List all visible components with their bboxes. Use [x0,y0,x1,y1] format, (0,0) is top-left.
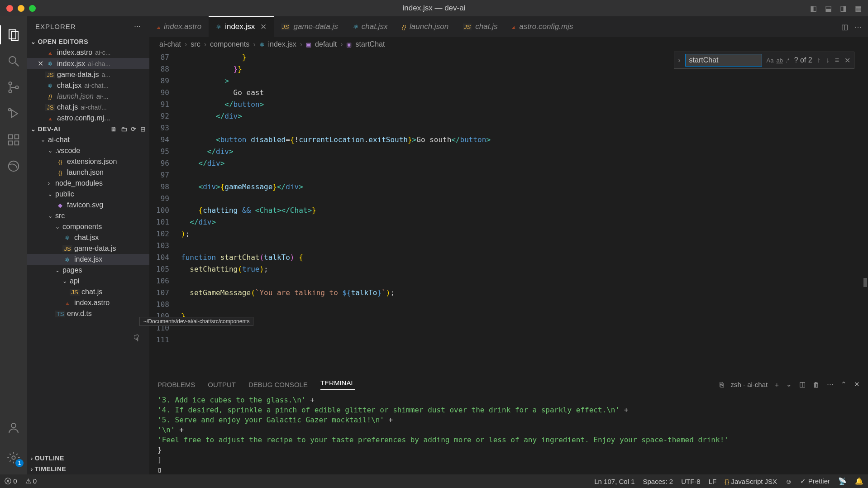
refresh-icon[interactable]: ⟳ [131,125,137,133]
code-content[interactable]: } }} > Go east </button> </div> <button … [181,52,868,375]
terminal-shell-icon[interactable]: ⎘ [720,381,724,388]
kill-terminal-icon[interactable]: 🗑 [813,381,820,388]
whole-word-icon[interactable]: ab [776,57,782,64]
folder-api[interactable]: ⌄api [27,276,149,287]
file-chat-js[interactable]: JSchat.js [27,287,149,297]
folder-ai-chat[interactable]: ⌄ai-chat [27,134,149,145]
folder-node-modules[interactable]: ›node_modules [27,178,149,189]
folder-vscode[interactable]: ⌄.vscode [27,145,149,156]
editor-tab[interactable]: {}launch.json [395,16,456,37]
file-chat-jsx[interactable]: ⚛chat.jsx [27,232,149,243]
close-editor-icon[interactable]: ✕ [35,59,45,68]
terminal-output[interactable]: '3. Add ice cubes to the glass.\n' + '4.… [149,393,868,474]
regex-icon[interactable]: .* [786,57,790,64]
file-favicon[interactable]: ◆favicon.svg [27,200,149,211]
eol[interactable]: LF [709,478,717,485]
split-terminal-icon[interactable]: ◫ [799,380,806,388]
new-file-icon[interactable]: 🗎 [110,125,117,133]
svg-point-7 [9,109,11,111]
accounts-activity[interactable] [0,415,27,441]
terminal-tab[interactable]: TERMINAL [320,379,355,390]
code-editor[interactable]: 8788899091929394959697989910010110210310… [149,52,868,375]
editor-tab[interactable]: ⚛chat.jsx [345,16,395,37]
editor-tab[interactable]: JSgame-data.js [274,16,345,37]
maximize-panel-icon[interactable]: ⌃ [841,380,847,388]
close-panel-icon[interactable]: ✕ [854,380,860,388]
status-errors[interactable]: ⓧ 0 [5,477,17,486]
encoding[interactable]: UTF-8 [681,478,701,485]
file-index-jsx[interactable]: ⚛index.jsx [27,254,149,265]
find-input[interactable] [685,54,762,67]
file-index-astro[interactable]: ⟁index.astro [27,297,149,308]
status-warnings[interactable]: ⚠ 0 [25,477,37,485]
source-control-activity[interactable] [0,74,27,100]
minimize-window-button[interactable] [18,5,24,12]
editor-tab[interactable]: ⟁astro.config.mjs [505,16,580,37]
collapse-icon[interactable]: ⊟ [140,125,146,133]
find-in-selection-icon[interactable]: ≡ [835,56,839,65]
toggle-secondary-sidebar-icon[interactable]: ◨ [840,4,847,13]
settings-badge: 1 [15,459,24,467]
settings-activity[interactable]: 1 [0,445,27,471]
close-find-icon[interactable]: ✕ [844,56,850,65]
new-folder-icon[interactable]: 🗀 [121,125,128,133]
output-tab[interactable]: OUTPUT [208,381,236,388]
prev-match-icon[interactable]: ↑ [817,56,820,65]
terminal-shell-label[interactable]: zsh - ai-chat [731,381,768,388]
debug-activity[interactable] [0,100,27,127]
extensions-activity[interactable] [0,127,27,153]
editor-tab[interactable]: JSchat.js [456,16,505,37]
editor-tab[interactable]: ⚛index.jsx✕ [209,16,274,37]
close-tab-icon[interactable]: ✕ [260,22,267,32]
file-extensions-json[interactable]: {}extensions.json [27,156,149,167]
search-activity[interactable] [0,48,27,74]
open-editor-item[interactable]: ✕⚛index.jsxai-cha... [27,58,149,69]
problems-tab[interactable]: PROBLEMS [157,381,195,388]
open-editor-item[interactable]: JSchat.jsai-chat/... [27,102,149,113]
language-mode[interactable]: {} JavaScript JSX [725,478,777,485]
folder-public[interactable]: ⌄public [27,189,149,200]
file-launch-json[interactable]: {}launch.json [27,167,149,178]
minimap[interactable] [861,52,868,375]
file-env[interactable]: TSenv.d.ts [27,308,149,319]
close-window-button[interactable] [6,5,13,12]
cursor-position[interactable]: Ln 107, Col 1 [594,478,634,485]
chevron-down-icon: ⌄ [31,126,36,133]
status-broadcast-icon[interactable]: 📡 [838,477,847,485]
customize-layout-icon[interactable]: ▦ [855,4,862,13]
prettier-status[interactable]: ✓ Prettier [800,477,830,485]
project-section[interactable]: ⌄ DEV-AI 🗎 🗀 ⟳ ⊟ [27,124,149,134]
breadcrumb[interactable]: ai-chat› src› components› ⚛index.jsx› ▣d… [149,37,868,52]
indentation[interactable]: Spaces: 2 [643,478,673,485]
open-editor-item[interactable]: JSgame-data.jsa... [27,69,149,80]
edge-activity[interactable] [0,153,27,179]
toggle-panel-icon[interactable]: ⬓ [825,4,832,13]
split-editor-icon[interactable]: ◫ [841,23,848,31]
open-editors-section[interactable]: ⌄ OPEN EDITORS [27,36,149,47]
more-actions-icon[interactable]: ⋯ [854,23,862,31]
toggle-replace-icon[interactable]: › [678,56,680,64]
open-editor-item[interactable]: {}launch.jsonai-... [27,91,149,102]
toggle-primary-sidebar-icon[interactable]: ◧ [810,4,817,13]
file-game-data[interactable]: JSgame-data.js [27,243,149,254]
new-terminal-icon[interactable]: + [775,381,779,388]
debug-console-tab[interactable]: DEBUG CONSOLE [248,381,308,388]
outline-section[interactable]: ›OUTLINE [27,453,149,464]
match-case-icon[interactable]: Aa [767,57,774,64]
next-match-icon[interactable]: ↓ [826,56,830,65]
explorer-activity[interactable] [0,22,27,48]
notifications-icon[interactable]: 🔔 [855,477,863,485]
folder-components[interactable]: ⌄components [27,221,149,232]
folder-pages[interactable]: ⌄pages [27,265,149,276]
maximize-window-button[interactable] [29,5,36,12]
open-editor-item[interactable]: ⚛chat.jsxai-chat... [27,80,149,91]
terminal-dropdown-icon[interactable]: ⌄ [786,380,792,388]
terminal-more-icon[interactable]: ⋯ [827,380,834,388]
feedback-icon[interactable]: ☺ [785,478,792,485]
open-editor-item[interactable]: ⟁index.astroai-c... [27,47,149,58]
timeline-section[interactable]: ›TIMELINE [27,464,149,474]
explorer-actions-icon[interactable]: ⋯ [134,22,141,30]
folder-src[interactable]: ⌄src [27,211,149,221]
editor-tab[interactable]: ⟁index.astro [149,16,209,37]
open-editor-item[interactable]: ⟁astro.config.mj... [27,113,149,124]
